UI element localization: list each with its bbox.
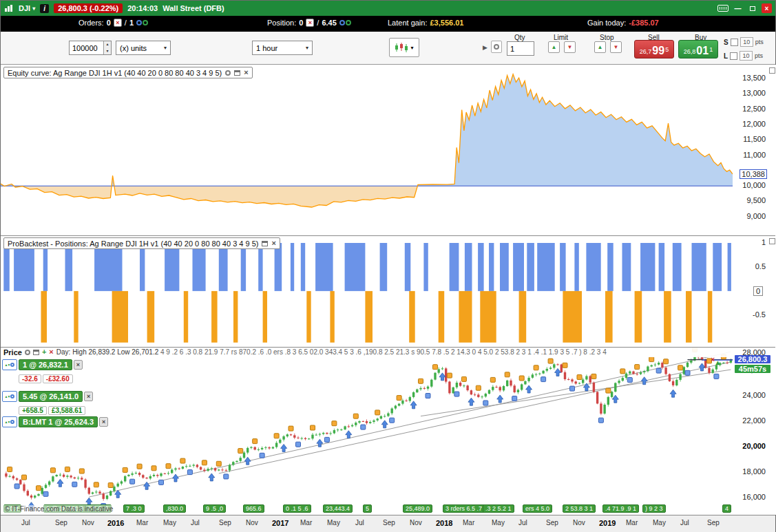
chevron-down-icon: ▾ <box>306 45 308 51</box>
equity-axis-label: 13,500 <box>742 74 766 82</box>
limit-pts-box[interactable]: 10 <box>740 51 753 61</box>
buy-price-decimal: 1 <box>709 43 713 56</box>
panel-restore-icon[interactable] <box>769 67 775 74</box>
position-badge-row: ▲▼5.45 @ 26,141.0× <box>2 391 93 402</box>
order-chip[interactable]: 4 <box>722 504 731 513</box>
equity-axis-label: 10,000 <box>742 181 766 189</box>
gain-today-label: Gain today: <box>587 19 626 27</box>
keyboard-icon[interactable] <box>717 5 728 12</box>
orders-value: 0 <box>107 19 111 27</box>
limit-buy-icon[interactable]: ▲ <box>548 41 560 53</box>
order-chip[interactable]: 0 .1 5 .6 <box>283 504 311 513</box>
order-qty-input[interactable] <box>507 41 534 56</box>
position-settings-icon[interactable] <box>339 20 351 25</box>
units-value: (x) units <box>120 44 147 52</box>
close-icon[interactable]: × <box>271 240 275 247</box>
strategy-gear-icon[interactable]: ▲▼ <box>2 391 17 402</box>
gain-today-group: Gain today: -£385.07 <box>587 19 659 27</box>
price-y-axis: 26,800.3 45m57s 28,00026,00024,00022,000… <box>734 347 770 515</box>
position-badge[interactable]: 1 @ 26,832.1 <box>19 359 72 370</box>
stop-buy-icon[interactable]: ▲ <box>594 41 606 53</box>
popout-window-icon[interactable] <box>234 70 240 76</box>
market-name: Wall Street (DFB) <box>162 4 224 12</box>
order-chip[interactable]: .3 2 5.2 1 <box>483 504 514 513</box>
buy-price-prefix: 26,8 <box>684 47 696 56</box>
close-icon[interactable]: × <box>244 69 248 76</box>
close-icon[interactable]: × <box>99 417 108 427</box>
orders-separator: / <box>125 19 127 27</box>
time-axis-label: May <box>327 519 340 526</box>
candlestick-icon <box>395 42 408 53</box>
close-icon[interactable]: × <box>84 392 93 401</box>
positions-axis-label: -0.5 <box>753 310 766 319</box>
settings-gear-icon[interactable] <box>225 70 231 76</box>
equity-axis-label: 10,388 <box>740 169 767 179</box>
ticket-expander[interactable]: ▶ <box>483 44 487 51</box>
units-select[interactable]: (x) units▾ <box>116 41 171 55</box>
sell-button[interactable]: 26,7995 <box>634 40 674 58</box>
pnl-points: +658.5 <box>19 406 47 415</box>
order-chip[interactable]: 25,489.0 <box>403 504 432 513</box>
limit-checkbox[interactable] <box>730 52 737 60</box>
maximize-button[interactable] <box>747 3 757 13</box>
close-position-icon[interactable]: × <box>306 19 314 27</box>
order-chip[interactable]: 5 <box>363 504 372 513</box>
stop-checkbox[interactable] <box>731 39 738 46</box>
timeframe-select[interactable]: 1 hour▾ <box>252 41 313 55</box>
chart-type-button[interactable]: ▾ <box>389 38 419 57</box>
order-chip[interactable]: .4 71.9 .9 1 <box>602 504 639 513</box>
equity-y-axis: 13,50013,00012,50012,00011,50011,00010,3… <box>734 65 770 235</box>
popout-window-icon[interactable] <box>262 241 268 246</box>
time-axis-label: May <box>653 519 666 526</box>
orders-settings-icon[interactable] <box>136 20 148 25</box>
order-chip[interactable]: 23,443.4 <box>323 504 353 513</box>
order-chip[interactable]: ) 9 2 3 <box>642 504 666 513</box>
price-axis-label: 20,000 <box>742 442 766 450</box>
time-axis-label: Jul <box>21 519 30 526</box>
equity-chart[interactable] <box>1 65 733 235</box>
time-axis-label: 2017 <box>272 519 289 527</box>
order-chip[interactable]: 2 53.8 3 1 <box>563 504 596 513</box>
price-axis-label: 18,000 <box>742 467 766 476</box>
cancel-orders-icon[interactable]: × <box>114 19 122 27</box>
position-badge[interactable]: B:LMT 1 @ 25,624.3 <box>19 416 98 427</box>
stop-letter: S <box>724 39 728 46</box>
pnl-currency: -£32.60 <box>43 374 73 383</box>
equity-panel-title: Equity curve: Ag Range DJI 1H v1 (40 40 … <box>8 69 222 77</box>
time-axis-label: Jul <box>680 519 689 526</box>
time-axis-label: Nov <box>82 519 94 526</box>
latent-gain-value: £3,556.01 <box>430 19 464 27</box>
time-axis-label: 2018 <box>436 519 452 527</box>
panel-restore-icon[interactable] <box>769 238 775 244</box>
strategy-gear-icon[interactable]: ▲▼ <box>2 416 17 427</box>
equity-panel-titlebar: Equity curve: Ag Range DJI 1H v1 (40 40 … <box>3 67 253 78</box>
order-chip[interactable]: ers 4 5.0 <box>523 504 552 513</box>
position-pnl-row: -32.6-£32.60 <box>19 374 73 383</box>
equity-curve-panel: Equity curve: Ag Range DJI 1H v1 (40 40 … <box>1 65 776 235</box>
equity-axis-label: 13,000 <box>742 89 766 97</box>
chevron-down-icon: ▾ <box>410 45 413 51</box>
positions-axis-label: 0.5 <box>755 262 766 270</box>
minimize-button[interactable]: — <box>733 3 743 13</box>
buy-button[interactable]: 26,8011 <box>678 40 718 58</box>
info-icon[interactable]: i <box>40 4 49 13</box>
position-badge[interactable]: 5.45 @ 26,141.0 <box>19 391 83 402</box>
instrument-name: DJI <box>19 4 30 12</box>
quantity-stepper[interactable]: ▴▾ <box>103 41 111 54</box>
stop-header: Stop <box>600 34 614 41</box>
price-axis-label: 22,000 <box>742 416 766 425</box>
close-button[interactable]: × <box>762 3 772 13</box>
order-chip[interactable]: 965.6 <box>243 504 264 513</box>
close-icon[interactable]: × <box>74 360 83 370</box>
current-price-tag: 26,800.3 <box>735 355 770 363</box>
ticket-settings-icon[interactable] <box>491 41 502 53</box>
stop-sell-icon[interactable]: ▼ <box>610 41 622 53</box>
limit-letter: L <box>724 52 728 60</box>
instrument-selector[interactable]: DJI ▾ <box>19 4 35 12</box>
position-label: Position: <box>267 19 296 27</box>
positions-chart[interactable] <box>1 235 733 347</box>
stop-pts-box[interactable]: 10 <box>740 37 753 47</box>
strategy-gear-icon[interactable]: ▲▼ <box>2 359 17 370</box>
limit-sell-icon[interactable]: ▼ <box>564 41 576 53</box>
limit-pts-label: pts <box>755 52 763 59</box>
